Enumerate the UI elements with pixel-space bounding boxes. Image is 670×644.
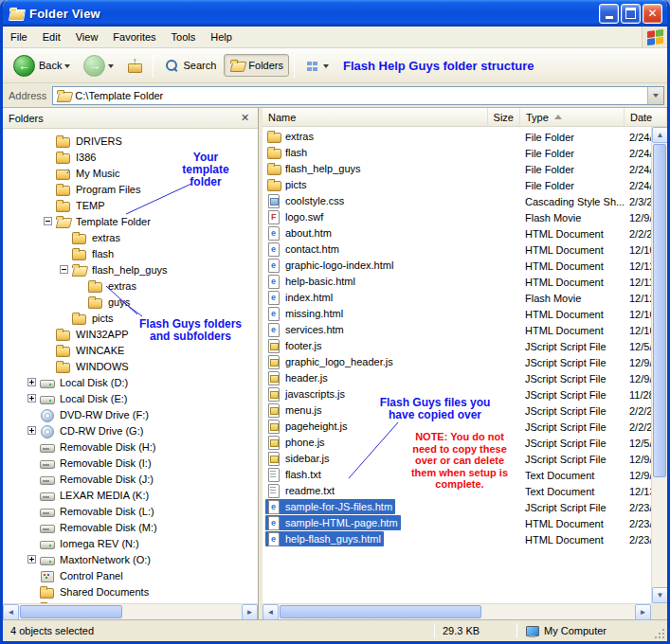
file-row[interactable]: missing.html HTML Document 12/10/ xyxy=(263,306,651,322)
menu-item[interactable]: View xyxy=(68,27,106,47)
tree-item[interactable]: Control Panel xyxy=(3,567,258,583)
tree-item[interactable]: DRIVERS xyxy=(3,133,258,149)
back-dropdown-icon[interactable] xyxy=(64,64,70,71)
tree-item[interactable]: flash xyxy=(3,245,258,261)
folders-button[interactable]: Folders xyxy=(224,54,289,77)
file-row[interactable]: sample-for-JS-files.htm JScript Script F… xyxy=(263,499,651,515)
file-row[interactable]: services.htm HTML Document 12/10/ xyxy=(263,322,651,338)
file-row[interactable]: sidebar.js JScript Script File 12/9/2 xyxy=(263,451,651,467)
maximize-button[interactable] xyxy=(621,4,641,24)
close-button[interactable] xyxy=(643,4,662,24)
scroll-down-icon[interactable]: ▼ xyxy=(652,587,668,603)
file-row[interactable]: pageheight.js JScript Script File 2/2/20 xyxy=(263,419,651,435)
menu-item[interactable]: Tools xyxy=(164,27,204,47)
tree-item[interactable]: Removable Disk (J:) xyxy=(3,471,258,487)
expand-toggle-icon[interactable] xyxy=(27,394,36,402)
file-row[interactable]: help-flash_guys.html HTML Document 2/23/… xyxy=(263,531,651,547)
menu-item[interactable]: Help xyxy=(203,27,240,47)
file-row[interactable]: javascripts.js JScript Script File 11/28… xyxy=(263,386,651,402)
tree-item[interactable]: LEXAR MEDIA (K:) xyxy=(3,487,258,503)
expand-toggle-icon[interactable] xyxy=(27,555,36,564)
menu-item[interactable]: Favorites xyxy=(105,27,163,47)
minimize-button[interactable] xyxy=(599,4,619,24)
tree-item[interactable]: guys xyxy=(3,294,258,310)
scrollbar-thumb[interactable] xyxy=(653,144,666,477)
file-row[interactable]: index.html Flash Movie 12/12/ xyxy=(263,290,651,306)
horizontal-scrollbar[interactable]: ◄ ► xyxy=(263,603,651,619)
folders-pane-close-icon[interactable] xyxy=(238,111,252,125)
file-row[interactable]: flash.txt Text Document 12/9/0 xyxy=(263,467,651,483)
tree-item[interactable]: Removable Disk (M:) xyxy=(3,519,258,535)
file-row[interactable]: contact.htm HTML Document 12/10/ xyxy=(263,242,651,258)
file-row[interactable]: footer.js JScript Script File 12/5/2 xyxy=(263,338,651,354)
scroll-right-icon[interactable]: ► xyxy=(635,604,651,620)
file-row[interactable]: about.htm HTML Document 2/2/20 xyxy=(263,225,651,242)
column-header-size[interactable]: Size xyxy=(488,108,520,126)
menu-item[interactable]: File xyxy=(3,27,35,47)
file-row[interactable]: readme.txt Text Document 12/13/ xyxy=(263,483,651,499)
tree-item[interactable]: Removable Disk (L:) xyxy=(3,503,258,519)
file-row[interactable]: graphic_logo_header.js JScript Script Fi… xyxy=(263,354,651,370)
tree-item[interactable]: TEMP xyxy=(3,197,258,213)
forward-button[interactable]: → xyxy=(78,51,119,80)
scroll-left-icon[interactable]: ◄ xyxy=(3,604,19,619)
column-header-date[interactable]: Date xyxy=(625,108,667,126)
scroll-left-icon[interactable]: ◄ xyxy=(263,604,279,620)
tree-item[interactable]: extras xyxy=(3,277,258,294)
tree-item[interactable]: CD-RW Drive (G:) xyxy=(3,422,258,438)
expand-toggle-icon[interactable] xyxy=(27,426,36,435)
back-button[interactable]: ← Back xyxy=(8,51,76,80)
menu-item[interactable]: Edit xyxy=(35,27,68,47)
address-dropdown-button[interactable] xyxy=(647,87,663,104)
tree-item[interactable]: WINCAKE xyxy=(3,342,258,358)
address-input[interactable]: C:\Template Folder xyxy=(52,86,664,105)
tree-item[interactable]: WIN32APP xyxy=(3,326,258,342)
tree-item[interactable]: Local Disk (E:) xyxy=(3,390,258,406)
file-row[interactable]: coolstyle.css Cascading Style Sh... 2/3/… xyxy=(263,193,651,209)
title-bar[interactable]: Folder View xyxy=(3,0,667,27)
file-row[interactable]: picts File Folder 2/24/2 xyxy=(263,177,651,193)
scroll-up-icon[interactable]: ▲ xyxy=(652,127,668,143)
tree-item[interactable]: Template Folder xyxy=(3,213,258,229)
tree-item[interactable]: MaxtorNetwork (O:) xyxy=(3,551,258,567)
resize-grip[interactable] xyxy=(653,627,665,639)
expand-toggle-icon[interactable] xyxy=(60,265,68,274)
tree-item[interactable]: Removable Disk (H:) xyxy=(3,438,258,455)
file-row[interactable]: menu.js JScript Script File 2/2/20 xyxy=(263,402,651,419)
file-row[interactable]: graphic-logo-index.html HTML Document 12… xyxy=(263,258,651,274)
views-button[interactable] xyxy=(299,54,335,77)
file-row[interactable]: flash File Folder 2/24/2 xyxy=(263,145,651,161)
expand-toggle-icon[interactable] xyxy=(27,378,36,386)
file-row[interactable]: flash_help_guys File Folder 2/24/2 xyxy=(263,161,651,177)
tree-item[interactable]: I386 xyxy=(3,149,258,165)
tree-item[interactable]: Iomega REV (N:) xyxy=(3,535,258,551)
tree-item[interactable]: Shared Documents xyxy=(3,583,258,599)
tree-item[interactable]: Removable Disk (I:) xyxy=(3,455,258,471)
tree-item[interactable]: Program Files xyxy=(3,181,258,197)
file-row[interactable]: logo.swf Flash Movie 12/9/2 xyxy=(263,209,651,225)
views-dropdown-icon[interactable] xyxy=(323,64,329,71)
expand-toggle-icon[interactable] xyxy=(44,217,52,225)
file-row[interactable]: help-basic.html HTML Document 12/11/ xyxy=(263,274,651,290)
tree-item[interactable]: DVD-RW Drive (F:) xyxy=(3,406,258,422)
scroll-right-icon[interactable]: ► xyxy=(242,604,258,619)
search-button[interactable]: Search xyxy=(158,54,222,77)
tree-horizontal-scrollbar[interactable]: ◄ ► xyxy=(3,603,258,619)
file-row[interactable]: sample-HTML-page.htm HTML Document 2/23/… xyxy=(263,515,651,531)
up-button[interactable] xyxy=(121,54,148,77)
file-row[interactable]: phone.js JScript Script File 12/5/2 xyxy=(263,435,651,451)
tree-item[interactable]: picts xyxy=(3,310,258,326)
tree-item[interactable]: WINDOWS xyxy=(3,358,258,374)
tree-item[interactable]: flash_help_guys xyxy=(3,261,258,277)
tree-item[interactable]: extras xyxy=(3,229,258,245)
vertical-scrollbar[interactable]: ▲ ▼ xyxy=(651,127,667,603)
scrollbar-thumb[interactable] xyxy=(280,605,481,618)
tree-item[interactable]: Local Disk (D:) xyxy=(3,374,258,390)
column-header-name[interactable]: Name xyxy=(263,108,488,126)
forward-dropdown-icon[interactable] xyxy=(108,64,114,71)
file-row[interactable]: header.js JScript Script File 12/9/2 xyxy=(263,370,651,386)
tree-item[interactable]: My Music xyxy=(3,165,258,181)
file-row[interactable]: extras File Folder 2/24/2 xyxy=(263,129,651,145)
column-header-type[interactable]: Type xyxy=(520,108,625,126)
scrollbar-thumb[interactable] xyxy=(20,605,122,618)
